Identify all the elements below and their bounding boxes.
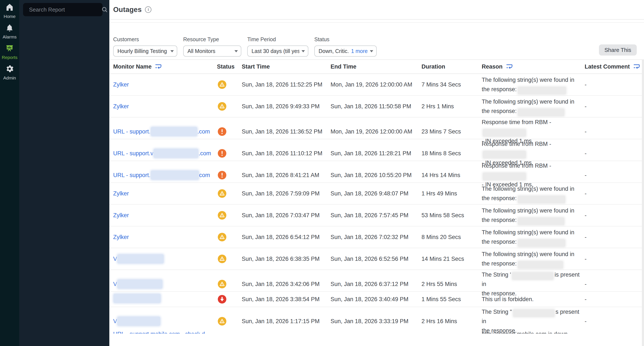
monitor-link[interactable]: URL - support.v.com: [113, 149, 211, 158]
start-time: Sun, Jan 18, 2026 7:03:47 PM: [242, 212, 330, 219]
duration: 14 Hrs 14 Mins: [422, 171, 482, 179]
filter-icon[interactable]: [506, 64, 512, 70]
redacted-blur: [518, 109, 564, 116]
end-time: Sun, Jan 18, 2026 11:50:58 PM: [330, 102, 422, 110]
duration: 8 Mins 20 Secs: [422, 233, 482, 241]
duration: 18 Mins 8 Secs: [422, 150, 482, 157]
monitor-link[interactable]: Zylker: [113, 212, 129, 219]
filter-label: Resource Type: [183, 36, 241, 42]
monitor-link[interactable]: URL - support.com: [113, 171, 210, 180]
vertical-scrollbar[interactable]: [642, 60, 644, 346]
duration: 53 Mins 58 Secs: [422, 212, 482, 219]
sidebar-panel: [19, 0, 109, 346]
start-time: Sun, Jan 18, 2026 9:49:33 PM: [242, 102, 330, 110]
filter-resource-type-dropdown[interactable]: All Monitors: [183, 46, 241, 56]
redacted-blur: [118, 317, 160, 326]
report-search[interactable]: [23, 3, 102, 16]
latest-comment: -: [585, 296, 644, 303]
filter-value: Down, Critic...: [318, 48, 349, 54]
status-warning-icon: [218, 189, 242, 198]
end-time: Sun, Jan 18, 2026 3:33:19 PM: [330, 318, 422, 325]
filter-icon[interactable]: [633, 64, 640, 70]
monitor-link[interactable]: Zylker: [113, 190, 129, 197]
status-trouble-icon: [218, 149, 242, 158]
column-header-duration[interactable]: Duration: [422, 64, 482, 70]
filter-icon[interactable]: [155, 64, 162, 70]
end-time: Sun, Jan 18, 2026 10:55:20 PM: [330, 171, 422, 179]
column-header-reason[interactable]: Reason: [482, 64, 585, 70]
reason-text: The following string(s) were found inthe…: [482, 97, 585, 116]
column-header-comment[interactable]: Latest Comment: [585, 64, 644, 70]
monitor-link[interactable]: Zylker: [113, 102, 129, 110]
filter-time-period-dropdown[interactable]: Last 30 days (till yesterday): [247, 46, 308, 56]
start-time: Sun, Jan 18, 2026 3:42:06 PM: [242, 280, 330, 288]
redacted-blur: [518, 87, 566, 94]
status-warning-icon: [218, 102, 242, 111]
monitor-link[interactable]: V: [113, 254, 164, 263]
admin-icon: [5, 64, 14, 75]
monitor-link[interactable]: Zylker: [113, 233, 129, 241]
redacted-blur: [154, 149, 198, 158]
more-link[interactable]: 1 more: [351, 48, 368, 54]
chevron-down-icon: [170, 50, 174, 52]
table-body: Zylker Sun, Jan 18, 2026 11:52:25 PM Mon…: [109, 74, 644, 334]
monitor-link[interactable]: Zylker: [113, 81, 129, 88]
column-header-end[interactable]: End Time: [330, 64, 422, 70]
chevron-down-icon: [234, 50, 238, 52]
table-row: Zylker Sun, Jan 18, 2026 7:03:47 PM Sun,…: [109, 204, 644, 226]
table-row: URL - support.com Sun, Jan 18, 2026 8:41…: [109, 161, 644, 183]
filter-customers-dropdown[interactable]: Hourly Billing Testing: [113, 46, 177, 56]
column-header-status[interactable]: Status: [217, 64, 242, 70]
search-icon[interactable]: [102, 6, 108, 13]
monitor-link[interactable]: V: [113, 280, 163, 288]
latest-comment: -: [585, 280, 644, 288]
start-time: Sun, Jan 18, 2026 3:38:54 PM: [242, 296, 330, 303]
share-this-button[interactable]: Share This: [599, 44, 637, 56]
column-header-start[interactable]: Start Time: [242, 64, 330, 70]
latest-comment: -: [585, 233, 644, 241]
monitor-link[interactable]: [113, 294, 161, 303]
reason-text: http://support.mobile.com is down.: [482, 330, 585, 334]
title-bar: Outages i: [109, 0, 644, 20]
table-row: URL - support.v.com Sun, Jan 18, 2026 11…: [109, 139, 644, 161]
start-time: Sun, Jan 18, 2026 1:17:15 PM: [242, 318, 330, 325]
latest-comment: -: [585, 128, 644, 136]
reason-text: The following string(s) were found inthe…: [482, 184, 585, 203]
status-warning-icon: [218, 80, 242, 89]
app-root: Home Alarms Reports Admin Outages i Cus: [0, 0, 644, 346]
filter-status-dropdown[interactable]: Down, Critic... 1 more: [314, 46, 377, 56]
filter-label: Status: [314, 36, 377, 42]
monitor-link[interactable]: URL - support..com: [113, 127, 210, 136]
end-time: Sun, Jan 18, 2026 7:57:45 PM: [330, 212, 422, 219]
info-icon[interactable]: i: [145, 6, 152, 13]
sidebar-item-admin[interactable]: Admin: [0, 64, 19, 79]
end-time: Sun, Jan 18, 2026 6:37:12 PM: [330, 280, 422, 288]
monitor-link[interactable]: URL - support.mobile.com - check d: [113, 330, 205, 334]
latest-comment: -: [585, 171, 644, 179]
sidebar-item-label: Reports: [2, 55, 18, 60]
latest-comment: -: [585, 190, 644, 197]
reason-text: The following string(s) were found inthe…: [482, 206, 585, 225]
duration: 2 Hrs 16 Mins: [422, 318, 482, 325]
duration: 2 Hrs 55 Mins: [422, 280, 482, 288]
table-row: V Sun, Jan 18, 2026 3:42:06 PM Sun, Jan …: [109, 270, 644, 292]
page-title: Outages: [113, 6, 142, 14]
monitor-link[interactable]: V: [113, 317, 160, 326]
redacted-blur: [151, 171, 199, 180]
end-time: Sun, Jan 18, 2026 3:40:49 PM: [330, 296, 422, 303]
status-warning-icon: [218, 233, 242, 241]
sidebar-item-home[interactable]: Home: [0, 3, 19, 18]
filter-value: Hourly Billing Testing: [118, 48, 167, 54]
filter-resource-type: Resource Type All Monitors: [183, 36, 241, 56]
sidebar-item-reports[interactable]: Reports: [0, 44, 19, 58]
latest-comment: -: [585, 102, 644, 110]
start-time: Sun, Jan 18, 2026 6:38:35 PM: [242, 255, 330, 263]
redacted-blur: [513, 310, 554, 317]
table-row: Zylker Sun, Jan 18, 2026 9:49:33 PM Sun,…: [109, 96, 644, 118]
search-input[interactable]: [28, 6, 102, 14]
latest-comment: -: [585, 81, 644, 88]
column-header-monitor[interactable]: Monitor Name: [113, 64, 217, 70]
redacted-blur: [114, 294, 160, 303]
status-down-icon: [218, 295, 242, 304]
sidebar-item-alarms[interactable]: Alarms: [0, 24, 19, 38]
